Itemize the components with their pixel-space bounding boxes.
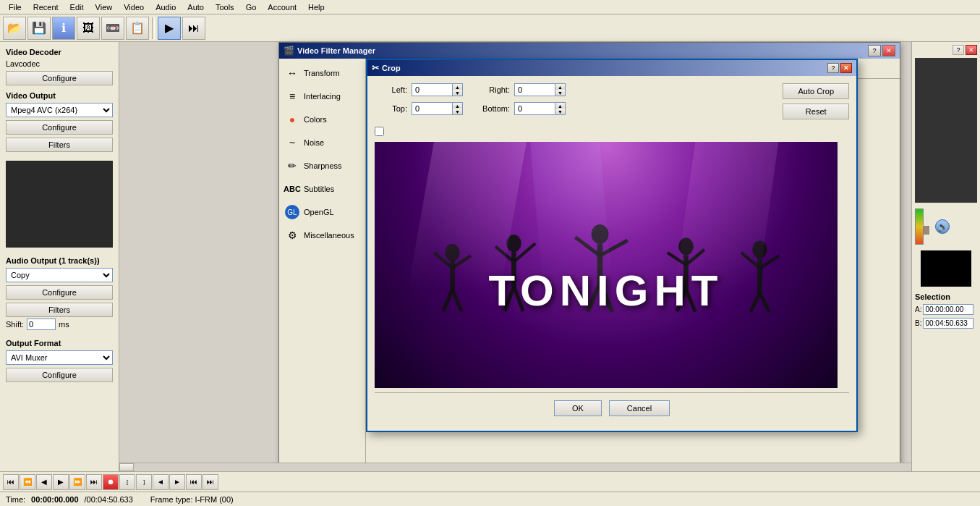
sidebar-item-transform[interactable]: ↔ Transform xyxy=(279,62,365,85)
crop-right-input[interactable] xyxy=(515,84,555,96)
auto-crop-btn[interactable]: Auto Crop xyxy=(783,83,849,99)
time-a-row: A: xyxy=(915,304,977,315)
configure-video-decoder-btn[interactable]: Configure xyxy=(6,71,113,85)
menu-edit[interactable]: Edit xyxy=(64,1,90,13)
crop-top-input[interactable] xyxy=(412,103,452,114)
menu-audio[interactable]: Audio xyxy=(150,1,182,13)
toolbar-save[interactable]: 💾 xyxy=(27,17,51,40)
b-time-input[interactable] xyxy=(923,318,973,329)
info-video-preview xyxy=(915,58,977,203)
sidebar-item-label-sharpness: Sharpness xyxy=(304,161,342,170)
menu-view[interactable]: View xyxy=(90,1,119,13)
btn-segment-end[interactable]: ] xyxy=(136,474,152,490)
shift-input[interactable] xyxy=(27,319,56,330)
btn-goto-start[interactable]: ⏮ xyxy=(186,474,202,490)
sidebar-item-misc[interactable]: ⚙ Miscellaneous xyxy=(279,224,365,247)
btn-skip-start[interactable]: ⏮ xyxy=(3,474,19,490)
btn-goto-end[interactable]: ⏭ xyxy=(203,474,218,490)
output-format-select[interactable]: AVI Muxer xyxy=(6,350,113,365)
btn-segment-start[interactable]: [ xyxy=(119,474,135,490)
btn-rewind[interactable]: ⏪ xyxy=(20,474,35,490)
crop-right-spin-down[interactable]: ▼ xyxy=(555,90,565,96)
vfm-help-btn[interactable]: ? xyxy=(868,45,881,56)
crop-left-spin-up[interactable]: ▲ xyxy=(453,84,462,90)
menu-go[interactable]: Go xyxy=(240,1,263,13)
crop-right-input-wrap: ▲ ▼ xyxy=(514,83,566,96)
toolbar-next[interactable]: ⏭ xyxy=(182,17,205,40)
preview-checkbox[interactable] xyxy=(375,127,384,136)
menu-file[interactable]: File xyxy=(3,1,27,13)
info-help-btn[interactable]: ? xyxy=(953,45,964,55)
video-tonight-bg: TONIGHT xyxy=(375,142,838,388)
shift-row: Shift: ms xyxy=(6,319,113,330)
sidebar-item-interlacing[interactable]: ≡ Interlacing xyxy=(279,85,365,108)
configure-video-output-btn[interactable]: Configure xyxy=(6,120,113,135)
volume-bar xyxy=(915,208,924,245)
sidebar-item-opengl[interactable]: GL OpenGL xyxy=(279,201,365,224)
sidebar-item-sharpness[interactable]: ✏ Sharpness xyxy=(279,154,365,177)
btn-record[interactable]: ⏺ xyxy=(103,474,119,490)
btn-mark-end[interactable]: ► xyxy=(169,474,185,490)
video-codec-select[interactable]: Mpeg4 AVC (x264) xyxy=(6,103,113,117)
menu-account[interactable]: Account xyxy=(262,1,302,13)
menu-recent[interactable]: Recent xyxy=(27,1,64,13)
btn-fast-fwd[interactable]: ⏩ xyxy=(69,474,85,490)
opengl-icon: GL xyxy=(285,205,299,219)
total-time: /00:04:50.633 xyxy=(85,495,133,504)
audio-codec-select[interactable]: Copy xyxy=(6,268,113,282)
scrollbar-thumb[interactable] xyxy=(119,463,134,471)
filters-video-btn[interactable]: Filters xyxy=(6,138,113,152)
btn-skip-end[interactable]: ⏭ xyxy=(86,474,102,490)
crop-left-input[interactable] xyxy=(412,84,452,96)
toolbar-play[interactable]: ▶ xyxy=(158,17,181,40)
toolbar-video[interactable]: 📼 xyxy=(101,17,124,40)
crop-ok-btn[interactable]: OK xyxy=(554,400,602,416)
misc-icon: ⚙ xyxy=(285,228,299,243)
crop-bottom-spin-down[interactable]: ▼ xyxy=(555,109,565,114)
toolbar-clip[interactable]: 📋 xyxy=(126,17,149,40)
sidebar-item-subtitles[interactable]: ABC Subtitles xyxy=(279,177,365,201)
volume-btn[interactable]: 🔊 xyxy=(935,219,950,234)
vfm-close-btn[interactable]: ✕ xyxy=(882,45,895,56)
btn-mark-start[interactable]: ◄ xyxy=(153,474,169,490)
vfm-window: 🎬 Video Filter Manager ? ✕ ↔ Transform ≡ xyxy=(278,42,900,500)
toolbar-image[interactable]: 🖼 xyxy=(77,17,100,40)
reset-btn[interactable]: Reset xyxy=(783,104,849,119)
crop-action-btns: Auto Crop Reset xyxy=(783,83,849,119)
crop-right-spin-up[interactable]: ▲ xyxy=(555,84,565,90)
crop-left-spinner: ▲ ▼ xyxy=(452,84,462,96)
menu-tools[interactable]: Tools xyxy=(210,1,240,13)
volume-handle[interactable] xyxy=(924,226,929,235)
a-time-input[interactable] xyxy=(923,304,973,315)
toolbar-open[interactable]: 📂 xyxy=(3,17,26,40)
crop-left-spin-down[interactable]: ▼ xyxy=(453,90,462,96)
crop-bottom-label: Bottom: xyxy=(477,104,510,113)
crop-bottom-input[interactable] xyxy=(515,103,555,114)
crop-bottom-input-wrap: ▲ ▼ xyxy=(514,102,566,115)
sidebar-item-noise[interactable]: ~ Noise xyxy=(279,131,365,154)
vfm-title: Video Filter Manager xyxy=(297,46,375,55)
configure-output-btn[interactable]: Configure xyxy=(6,368,113,382)
crop-top-spin-up[interactable]: ▲ xyxy=(453,103,462,109)
video-output-title: Video Output xyxy=(6,91,113,100)
crop-cancel-btn[interactable]: Cancel xyxy=(609,400,670,416)
svg-line-29 xyxy=(760,292,770,311)
filters-audio-btn[interactable]: Filters xyxy=(6,303,113,317)
sidebar-item-colors[interactable]: ● Colors xyxy=(279,108,365,131)
volume-area: 🔊 xyxy=(915,208,977,245)
info-close-btn[interactable]: ✕ xyxy=(966,45,977,55)
b-label: B: xyxy=(915,319,921,327)
menu-video[interactable]: Video xyxy=(118,1,150,13)
crop-help-btn[interactable]: ? xyxy=(827,63,839,73)
menu-help[interactable]: Help xyxy=(302,1,331,13)
crop-top-spin-down[interactable]: ▼ xyxy=(453,109,462,114)
menu-auto[interactable]: Auto xyxy=(182,1,210,13)
toolbar-info[interactable]: ℹ xyxy=(52,17,75,40)
sharpness-icon: ✏ xyxy=(285,159,299,173)
crop-close-btn[interactable]: ✕ xyxy=(840,63,852,73)
btn-next-frame[interactable]: ▶ xyxy=(53,474,69,490)
info-panel: ? ✕ 🔊 Selection A: B: xyxy=(911,42,980,499)
configure-audio-btn[interactable]: Configure xyxy=(6,285,113,300)
crop-bottom-spin-up[interactable]: ▲ xyxy=(555,103,565,109)
btn-prev-frame[interactable]: ◀ xyxy=(36,474,52,490)
